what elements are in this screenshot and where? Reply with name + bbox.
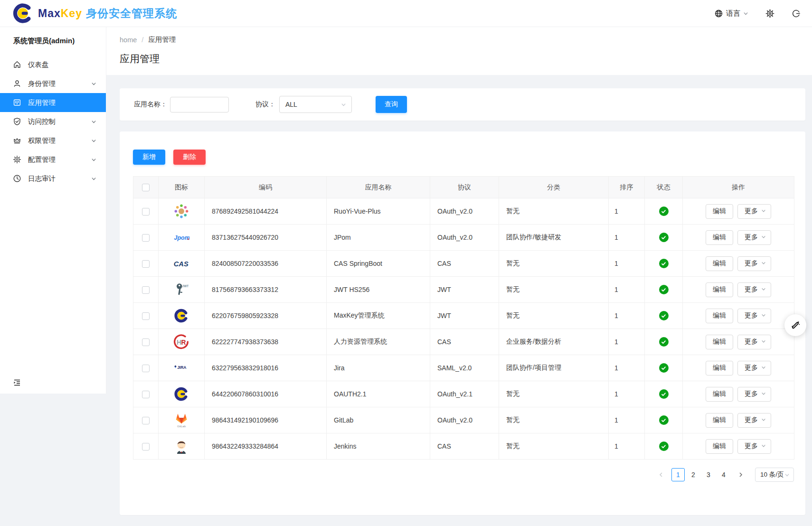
- brand: MaxKey身份安全管理系统: [12, 3, 177, 24]
- more-button[interactable]: 更多: [737, 204, 771, 219]
- gear-icon[interactable]: [765, 9, 774, 18]
- sidebar-item-label: 身份管理: [28, 79, 91, 88]
- edit-button[interactable]: 编辑: [706, 256, 733, 271]
- apps-icon: [13, 98, 21, 107]
- app-code: 817568793663373312: [205, 277, 327, 303]
- app-name: MaxKey管理系统: [327, 303, 430, 329]
- filter-panel: 应用名称： 协议： ALL 查询: [120, 88, 805, 121]
- row-checkbox[interactable]: [142, 312, 150, 320]
- app-name-input[interactable]: [170, 97, 229, 113]
- page-button-3[interactable]: 3: [702, 468, 715, 481]
- prev-page-button[interactable]: [655, 468, 667, 481]
- more-button[interactable]: 更多: [737, 335, 771, 349]
- app-code: 824008507220033536: [205, 251, 327, 277]
- row-checkbox[interactable]: [142, 417, 150, 424]
- sidebar-item-4[interactable]: 权限管理: [0, 131, 106, 150]
- row-checkbox[interactable]: [142, 391, 150, 398]
- sidebar-item-2[interactable]: 应用管理: [0, 93, 106, 112]
- more-button[interactable]: 更多: [737, 413, 771, 428]
- table-row: 876892492581044224RuoYi-Vue-PlusOAuth_v2…: [133, 198, 794, 225]
- more-button[interactable]: 更多: [737, 361, 771, 376]
- sidebar-item-5[interactable]: 配置管理: [0, 150, 106, 169]
- app-protocol: CAS: [430, 329, 499, 355]
- edit-button[interactable]: 编辑: [706, 204, 733, 219]
- next-page-button[interactable]: [735, 468, 746, 481]
- app-protocol: JWT: [430, 303, 499, 329]
- page-title: 应用管理: [120, 52, 799, 66]
- app-protocol: OAuth_v2.1: [430, 381, 499, 407]
- pagination: 1234 10 条/页: [133, 468, 794, 482]
- sidebar-item-3[interactable]: 访问控制: [0, 112, 106, 131]
- edit-button[interactable]: 编辑: [706, 361, 733, 376]
- more-button[interactable]: 更多: [737, 230, 771, 245]
- chevron-down-icon: [91, 138, 96, 143]
- sidebar-item-label: 日志审计: [28, 174, 91, 183]
- app-name: 人力资源管理系统: [327, 329, 430, 355]
- magic-wand-button[interactable]: [784, 314, 806, 336]
- row-checkbox[interactable]: [142, 443, 150, 451]
- current-user-label: 系统管理员(admin): [0, 27, 106, 52]
- magic-wand-icon: [790, 319, 801, 331]
- table-row: JWT817568793663373312JWT HS256JWT暂无1编辑更多: [133, 277, 794, 303]
- edit-button[interactable]: 编辑: [706, 282, 733, 297]
- sidebar: 系统管理员(admin) 仪表盘身份管理应用管理访问控制权限管理配置管理日志审计: [0, 27, 106, 394]
- more-button[interactable]: 更多: [737, 282, 771, 297]
- sidebar-item-6[interactable]: 日志审计: [0, 169, 106, 188]
- edit-button[interactable]: 编辑: [706, 230, 733, 245]
- app-sort: 1: [609, 198, 645, 225]
- app-category: 暂无: [499, 433, 609, 460]
- svg-text:Jpom: Jpom: [174, 235, 189, 241]
- table-row: Jpom837136275440926720JPomOAuth_v2.0团队协作…: [133, 225, 794, 251]
- app-code: 837136275440926720: [205, 225, 327, 251]
- sidebar-item-label: 配置管理: [28, 155, 91, 164]
- row-checkbox[interactable]: [142, 234, 150, 242]
- row-checkbox[interactable]: [142, 286, 150, 294]
- edit-button[interactable]: 编辑: [706, 309, 733, 323]
- page-button-4[interactable]: 4: [717, 468, 730, 481]
- protocol-select[interactable]: ALL: [279, 96, 352, 113]
- page-content: 应用名称： 协议： ALL 查询 新增 删除: [106, 75, 812, 515]
- page-size-select[interactable]: 10 条/页: [755, 468, 794, 482]
- sidebar-item-0[interactable]: 仪表盘: [0, 55, 106, 74]
- row-checkbox[interactable]: [142, 260, 150, 268]
- app-sort: 1: [609, 251, 645, 277]
- app-sort: 1: [609, 381, 645, 407]
- delete-button[interactable]: 删除: [173, 150, 206, 165]
- more-button[interactable]: 更多: [737, 439, 771, 454]
- more-button[interactable]: 更多: [737, 387, 771, 402]
- page-button-2[interactable]: 2: [687, 468, 700, 481]
- sidebar-item-1[interactable]: 身份管理: [0, 74, 106, 93]
- cas-logo: CAS: [173, 255, 189, 272]
- row-checkbox[interactable]: [142, 338, 150, 346]
- gitlab-logo: GitLab: [173, 412, 189, 428]
- add-button[interactable]: 新增: [133, 150, 165, 165]
- select-all-checkbox[interactable]: [142, 184, 150, 191]
- col-category-header: 分类: [499, 177, 609, 198]
- breadcrumb-current: 应用管理: [148, 35, 176, 44]
- menu-fold-icon[interactable]: [13, 378, 21, 387]
- app-category: 暂无: [499, 407, 609, 433]
- edit-button[interactable]: 编辑: [706, 335, 733, 349]
- edit-button[interactable]: 编辑: [706, 387, 733, 402]
- col-protocol-header: 协议: [430, 177, 499, 198]
- app-category: 团队协作/敏捷研发: [499, 225, 609, 251]
- page-button-1[interactable]: 1: [671, 468, 685, 481]
- app-shell: 系统管理员(admin) 仪表盘身份管理应用管理访问控制权限管理配置管理日志审计…: [0, 27, 812, 526]
- main-area: home / 应用管理 应用管理 应用名称： 协议： ALL 查询: [106, 27, 812, 526]
- status-active-icon: [659, 207, 669, 216]
- row-checkbox[interactable]: [142, 365, 150, 372]
- col-actions-header: 操作: [683, 177, 794, 198]
- row-checkbox[interactable]: [142, 208, 150, 216]
- app-code: 876892492581044224: [205, 198, 327, 225]
- more-button[interactable]: 更多: [737, 309, 771, 323]
- table-row: JIRA632279563832918016JiraSAML_v2.0团队协作/…: [133, 355, 794, 381]
- breadcrumb-home-link[interactable]: home: [120, 36, 137, 44]
- logout-icon[interactable]: [792, 9, 801, 18]
- language-menu[interactable]: 语言: [714, 9, 748, 18]
- edit-button[interactable]: 编辑: [706, 439, 733, 454]
- apps-table: 图标 编码 应用名称 协议 分类 排序 状态 操作 87689249258104…: [133, 176, 794, 460]
- app-code: 622227747938373638: [205, 329, 327, 355]
- more-button[interactable]: 更多: [737, 256, 771, 271]
- search-button[interactable]: 查询: [376, 96, 407, 113]
- edit-button[interactable]: 编辑: [706, 413, 733, 428]
